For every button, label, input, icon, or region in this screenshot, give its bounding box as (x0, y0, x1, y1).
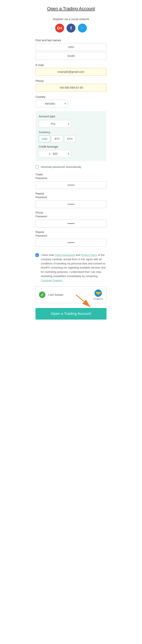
google-social-button[interactable]: G+ (55, 24, 64, 32)
repeat-password-label: RepeatPassword (35, 192, 107, 199)
account-settings-section: Account type Pro Standard ECN Currency U… (35, 111, 107, 161)
svg-line-1 (76, 295, 90, 307)
email-input[interactable] (35, 68, 107, 76)
repeat-phone-password-label: RepeatPassword (35, 230, 107, 238)
names-section: First and last names (35, 39, 107, 60)
repeat-password-input[interactable] (35, 200, 107, 208)
trader-password-label: TraderPassword (35, 173, 107, 180)
privacy-policy-link[interactable]: Privacy Policy (81, 254, 97, 256)
submit-button[interactable]: Open a Trading Account (35, 308, 107, 320)
customer-support-link[interactable]: Customer Support (41, 279, 62, 282)
currency-buttons: USD BTC ETH (39, 136, 103, 142)
facebook-social-button[interactable]: f (67, 24, 75, 32)
account-type-select-wrap: Pro Standard ECN (39, 120, 71, 128)
agreement-text: I have read Client Agreement and Privacy… (41, 253, 107, 283)
last-name-input[interactable] (35, 52, 107, 60)
account-type-select[interactable]: Pro Standard ECN (39, 120, 71, 128)
generate-password-section: Generate passwords automatically (35, 165, 107, 169)
agreement-section: I have read Client Agreement and Privacy… (35, 253, 107, 283)
country-section: Country Vanuatu USA UK Germany (35, 95, 107, 108)
repeat-phone-password-input[interactable] (35, 239, 107, 246)
account-type-label: Account type (39, 115, 103, 118)
social-icons: G+ f 🐦 (35, 24, 107, 32)
agreement-row: I have read Client Agreement and Privacy… (35, 253, 107, 283)
phone-label: Phone (35, 79, 107, 82)
page-title: Open a Trading Account (35, 6, 107, 12)
email-section: E-mail (35, 64, 107, 76)
captcha-text: I am human (48, 293, 63, 296)
trader-password-input[interactable] (35, 181, 107, 189)
currency-usd-button[interactable]: USD (39, 136, 50, 142)
captcha-checkmark: ✓ (39, 292, 45, 298)
generate-password-checkbox[interactable] (35, 165, 39, 169)
generate-password-label: Generate passwords automatically (41, 165, 81, 169)
leverage-select-wrap: 1 : 500 1 : 100 1 : 200 1 : 1000 (39, 150, 71, 158)
email-label: E-mail (35, 64, 107, 67)
phone-section: Phone (35, 79, 107, 92)
client-agreement-link[interactable]: Client Agreement (55, 254, 75, 256)
country-select[interactable]: Vanuatu USA UK Germany (35, 100, 68, 108)
phone-input[interactable] (35, 84, 107, 92)
twitter-social-button[interactable]: 🐦 (78, 24, 87, 32)
leverage-select[interactable]: 1 : 500 1 : 100 1 : 200 1 : 1000 (39, 150, 71, 158)
currency-btc-button[interactable]: BTC (52, 136, 63, 142)
first-name-input[interactable] (35, 43, 107, 51)
social-label: Register via a social network (35, 18, 107, 21)
leverage-label: Credit leverage (39, 145, 103, 148)
currency-eth-button[interactable]: ETH (64, 136, 75, 142)
arrow-icon (74, 293, 98, 309)
captcha-left: ✓ I am human (39, 292, 63, 298)
password-section: TraderPassword RepeatPassword PhonePassw… (35, 173, 107, 250)
phone-password-input[interactable] (35, 220, 107, 228)
agreement-checkbox[interactable] (35, 254, 39, 257)
social-section: Register via a social network G+ f 🐦 (35, 18, 107, 32)
generate-password-row: Generate passwords automatically (35, 165, 107, 169)
submit-area: Open a Trading Account (35, 308, 107, 320)
phone-password-label: PhonePassword (35, 211, 107, 218)
country-select-wrap: Vanuatu USA UK Germany (35, 100, 68, 108)
country-label: Country (35, 95, 107, 98)
names-label: First and last names (35, 39, 107, 42)
currency-label: Currency (39, 130, 103, 134)
